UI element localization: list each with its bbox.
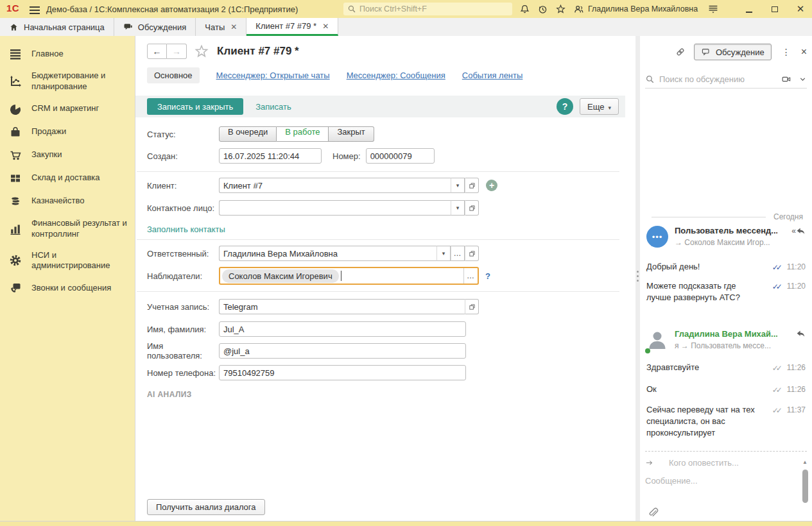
open-icon[interactable] [465,299,479,314]
sidebar-item-sales[interactable]: Продажи [0,121,135,144]
pie-chart-icon [9,103,22,115]
responsible-input[interactable] [219,246,436,261]
watchers-help-icon[interactable]: ? [485,271,490,281]
video-call-icon[interactable] [781,74,792,84]
phone-input[interactable] [219,365,466,380]
status-option-queued[interactable]: В очереди [219,126,277,142]
watchers-field[interactable]: Соколов Максим Игоревич … [219,267,479,285]
discussion-search [645,71,807,89]
help-button[interactable]: ? [557,98,573,115]
nav-link-feed[interactable]: События ленты [462,71,523,80]
maximize-button[interactable] [765,0,784,18]
message: Добрый день! 11:20 [646,261,806,273]
open-icon[interactable] [465,246,479,261]
tab-label: Обсуждения [138,22,187,32]
read-checkmarks-icon [772,261,782,273]
copy-link-icon[interactable] [675,46,686,58]
search-icon [347,4,356,13]
favorite-star-icon[interactable] [194,44,209,58]
close-window-button[interactable]: ✕ [791,0,810,18]
nav-tab-main[interactable]: Основное [147,67,200,83]
message-author: Пользователь мессенд... [675,226,777,235]
create-client-plus-icon[interactable]: + [486,180,497,191]
created-input[interactable] [219,148,322,164]
scroll-up-icon[interactable]: ▲ [802,459,808,465]
composer-scrollbar[interactable]: ▲ ▼ [802,459,809,526]
tab-client[interactable]: Клиент #7 #79 * ✕ [246,18,338,36]
sections-sidebar: Главное Бюджетирование и планирование CR… [0,36,135,521]
minimize-button[interactable] [739,0,759,18]
client-input[interactable] [219,178,451,193]
choose-button[interactable]: … [451,246,465,261]
favorites-star-icon[interactable] [553,3,567,15]
sidebar-item-crm[interactable]: CRM и маркетинг [0,98,135,121]
account-field [219,299,479,314]
panel-splitter[interactable] [635,36,640,521]
status-option-closed[interactable]: Закрыт [329,126,374,142]
message: Сейчас переведу чат на тех специалиста, … [646,404,806,439]
notify-field[interactable]: Кого оповестить... [645,458,807,468]
page-title: Клиент #7 #79 * [217,45,299,58]
sidebar-item-budgeting[interactable]: Бюджетирование и планирование [0,65,135,98]
panel-menu-kebab-icon[interactable]: ⋮ [782,47,791,57]
save-and-close-button[interactable]: Записать и закрыть [147,98,243,115]
account-input[interactable] [219,299,465,314]
status-option-in-progress[interactable]: В работе [277,126,329,142]
forward-button[interactable]: → [167,44,187,59]
panel-close-icon[interactable]: × [801,46,807,58]
open-icon[interactable] [465,200,479,216]
get-dialog-analysis-button[interactable]: Получить анализ диалога [147,499,265,515]
scrollbar-thumb[interactable] [802,470,808,503]
nav-link-messages[interactable]: Мессенджер: Сообщения [347,71,445,80]
reply-icon[interactable]: « [791,226,806,235]
menu-lines-icon [9,47,22,60]
history-icon[interactable] [535,3,549,15]
open-icon[interactable] [465,178,479,193]
global-search[interactable] [343,3,512,15]
current-user-name[interactable]: Гладилина Вера Михайловна [588,4,698,13]
sidebar-item-main[interactable]: Главное [0,42,135,65]
main-menu-icon[interactable] [30,4,40,13]
number-input[interactable] [366,148,435,164]
dropdown-arrow-icon[interactable]: ▾ [451,178,465,193]
tab-discussions[interactable]: Обсуждения [114,18,196,36]
nav-link-open-chats[interactable]: Мессенджер: Открытые чаты [216,71,330,80]
fill-contacts-link[interactable]: Заполнить контакты [147,225,225,234]
user-sessions-icon[interactable] [571,3,585,15]
notifications-bell-icon[interactable] [517,3,531,15]
person-name-input[interactable] [219,321,466,337]
read-checkmarks-icon [772,404,782,416]
message-group-header: Гладилина Вера Михай... я → Пользователь… [646,329,806,353]
message: Ок 11:26 [646,384,806,395]
tab-chats[interactable]: Чаты ✕ [196,18,246,36]
sidebar-item-finance[interactable]: Финансовый результат и контроллинг [0,213,135,245]
close-tab-icon[interactable]: ✕ [322,22,329,31]
choose-button[interactable]: … [463,268,478,284]
watcher-tag[interactable]: Соколов Максим Игоревич [222,269,339,283]
sidebar-item-treasury[interactable]: Казначейство [0,190,135,213]
search-icon [645,74,655,84]
discussion-search-input[interactable] [659,74,781,84]
discussion-toggle-button[interactable]: Обсуждение [694,44,772,60]
global-search-input[interactable] [359,4,508,13]
chevron-down-icon[interactable] [799,75,807,83]
sidebar-item-calls-messages[interactable]: Звонки и сообщения [0,276,135,300]
close-tab-icon[interactable]: ✕ [230,22,237,31]
attach-paperclip-icon[interactable] [646,506,659,521]
service-menu-icon[interactable] [706,3,720,15]
reply-icon[interactable] [796,330,806,338]
save-button[interactable]: Записать [255,102,291,112]
message-input[interactable]: Сообщение... [645,476,807,486]
contact-input[interactable] [219,200,451,216]
dropdown-arrow-icon[interactable]: ▾ [451,200,465,216]
responsible-field: ▾ … [219,246,479,261]
more-button[interactable]: Еще [580,98,619,115]
sidebar-item-purchases[interactable]: Закупки [0,144,135,167]
back-button[interactable]: ← [147,44,167,59]
sidebar-item-nsi-admin[interactable]: НСИ и администрирование [0,245,135,277]
dropdown-arrow-icon[interactable]: ▾ [436,246,451,261]
tab-home[interactable]: Начальная страница [0,18,114,36]
date-divider: Сегодня [646,213,806,221]
username-input[interactable] [219,343,466,359]
sidebar-item-warehouse[interactable]: Склад и доставка [0,167,135,190]
